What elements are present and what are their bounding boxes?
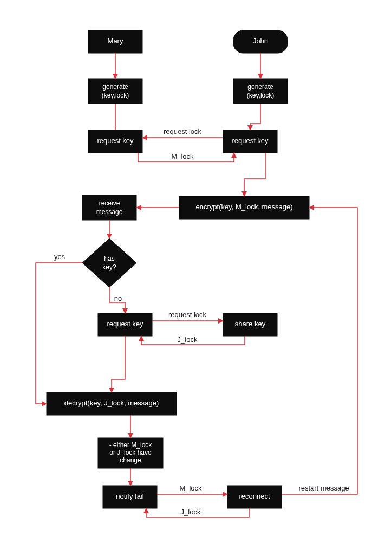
node-generate-mary: generate (key,lock) [88,79,142,104]
node-lock-change: - either M_lock or J_lock have change [98,438,163,468]
node-request-key-mary-label: request key [97,137,134,145]
edge-mlock-2-label: M_lock [179,484,202,492]
node-mary-label: Mary [108,37,123,45]
edge-mlock-1-label: M_lock [171,152,194,160]
node-has-key-l2: key? [102,263,116,271]
node-receive-message: receive message [82,195,136,220]
node-request-key-2-label: request key [107,320,143,328]
node-mary: Mary [88,30,142,53]
node-generate-john-l1: generate [247,83,273,91]
svg-rect-2 [88,79,142,104]
node-lock-change-l2: or J_lock have [109,449,152,456]
node-has-key-l1: has [104,255,114,262]
node-notify-fail: notify fail [103,486,157,508]
edge-jlock-2-label: J_lock [181,508,201,516]
edge-reqlock-1-label: request lock [164,127,202,135]
svg-rect-3 [233,79,288,104]
node-request-key-2: request key [98,313,152,336]
edge-reqkey2-to-decrypt [112,336,125,392]
svg-rect-6 [82,195,136,220]
node-receive-message-l2: message [96,208,123,216]
node-notify-fail-label: notify fail [116,492,143,500]
edge-haskey-no-label: no [114,294,122,302]
edge-haskey-yes-label: yes [54,253,66,261]
node-has-key: has key? [82,238,136,287]
node-generate-mary-l2: (key,lock) [102,92,129,99]
node-request-key-john: request key [223,130,277,153]
flowchart-canvas: Mary John generate (key,lock) generate (… [0,0,392,555]
node-generate-mary-l1: generate [102,83,128,91]
node-encrypt-label: encrypt(key, M_lock, message) [196,203,293,211]
node-john-label: John [253,37,268,45]
edge-restart-message [282,208,357,494]
edge-restart-message-label: restart message [298,484,349,492]
node-john: John [233,30,288,53]
node-decrypt: decrypt(key, J_lock, message) [47,392,177,415]
node-lock-change-l1: - either M_lock [109,441,153,449]
node-encrypt: encrypt(key, M_lock, message) [179,196,309,219]
svg-marker-8 [82,238,136,287]
node-decrypt-label: decrypt(key, J_lock, message) [64,399,159,407]
edge-genj-to-reqkeyj [250,104,260,130]
node-request-key-john-label: request key [232,137,269,145]
edge-haskey-yes [36,263,82,404]
node-lock-change-l3: change [120,456,141,464]
node-request-key-mary: request key [88,130,142,153]
node-share-key: share key [223,313,277,336]
edge-jlock-1-label: J_lock [178,335,198,344]
node-reconnect-label: reconnect [239,492,270,500]
node-share-key-label: share key [235,320,266,328]
node-generate-john: generate (key,lock) [233,79,288,104]
node-generate-john-l2: (key,lock) [247,92,274,99]
edge-reqkeyj-to-encrypt [244,153,265,196]
edge-reqlock-2-label: request lock [168,311,207,319]
node-receive-message-l1: receive [99,199,120,207]
node-reconnect: reconnect [227,486,282,508]
